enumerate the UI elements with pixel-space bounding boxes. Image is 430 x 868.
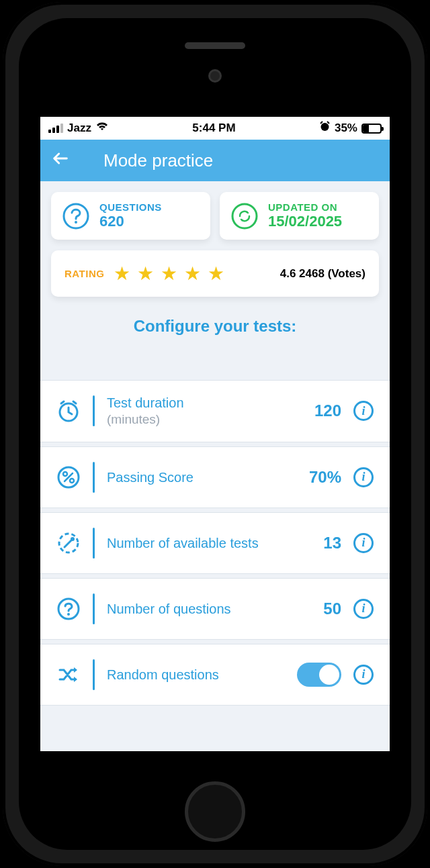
carrier-label: Jazz	[67, 122, 91, 135]
updated-value: 15/02/2025	[268, 213, 342, 230]
svg-point-9	[71, 537, 75, 541]
wifi-icon	[95, 122, 109, 135]
divider	[93, 395, 95, 426]
question-icon	[56, 597, 81, 621]
info-button[interactable]: i	[353, 665, 374, 685]
config-label: Number of questions	[107, 600, 289, 618]
svg-point-2	[75, 221, 77, 224]
screen: Jazz 5:44 PM 35%	[40, 117, 390, 751]
config-value-passing: 70%	[301, 468, 341, 487]
config-label: Number of available tests	[107, 534, 289, 552]
svg-point-3	[232, 204, 257, 228]
info-button[interactable]: i	[353, 467, 374, 487]
back-button[interactable]	[51, 149, 70, 173]
battery-pct: 35%	[335, 122, 357, 135]
phone-inner: Jazz 5:44 PM 35%	[19, 18, 411, 850]
home-button[interactable]	[185, 781, 245, 842]
rating-card: RATING ★ ★ ★ ★ ★ 4.6 2468 (Votes)	[51, 250, 379, 297]
status-time: 5:44 PM	[192, 122, 235, 135]
target-icon	[56, 531, 81, 555]
percent-icon	[56, 465, 81, 489]
info-section: QUESTIONS 620 UPDATED ON 15/02/2025	[40, 181, 390, 380]
config-label: Random questions	[107, 666, 285, 683]
rating-stars: ★ ★ ★ ★ ★	[114, 262, 224, 285]
star-icon: ★	[161, 262, 177, 285]
svg-point-6	[63, 472, 67, 476]
question-circle-icon	[62, 202, 90, 230]
config-sublabel: (minutes)	[107, 412, 289, 428]
svg-point-0	[320, 123, 329, 131]
rating-votes: 4.6 2468 (Votes)	[280, 267, 366, 281]
battery-icon	[361, 124, 382, 134]
clock-icon	[56, 399, 81, 423]
info-button[interactable]: i	[353, 599, 374, 619]
divider	[93, 593, 95, 624]
star-icon: ★	[184, 262, 201, 285]
updated-card: UPDATED ON 15/02/2025	[220, 192, 379, 240]
config-label: Test duration	[107, 394, 289, 412]
star-icon: ★	[114, 262, 130, 285]
questions-card: QUESTIONS 620	[51, 192, 210, 240]
status-left: Jazz	[48, 122, 109, 135]
alarm-icon	[319, 121, 331, 136]
status-right: 35%	[319, 121, 382, 136]
refresh-icon	[230, 202, 259, 230]
nav-header: Mode practice	[40, 140, 390, 181]
status-bar: Jazz 5:44 PM 35%	[40, 117, 390, 140]
config-value-tests: 13	[301, 534, 341, 552]
svg-point-7	[70, 479, 74, 483]
phone-speaker	[185, 42, 245, 49]
page-title: Mode practice	[103, 150, 213, 171]
configure-heading: Configure your tests:	[51, 317, 379, 336]
svg-point-11	[67, 613, 70, 616]
info-button[interactable]: i	[353, 533, 374, 553]
signal-icon	[48, 124, 63, 133]
config-label: Passing Score	[107, 469, 289, 486]
star-icon: ★	[137, 262, 154, 285]
config-value-duration: 120	[301, 401, 341, 420]
star-icon: ★	[208, 262, 224, 285]
divider	[93, 462, 95, 493]
questions-value: 620	[99, 213, 162, 230]
questions-label: QUESTIONS	[99, 201, 162, 213]
config-list: Test duration (minutes) 120 i Passing Sc…	[40, 380, 390, 706]
divider	[93, 528, 95, 559]
config-row-passing[interactable]: Passing Score 70% i	[40, 446, 390, 508]
config-row-random[interactable]: Random questions i	[40, 644, 390, 706]
phone-camera	[208, 69, 222, 83]
config-value-questions: 50	[301, 599, 341, 618]
info-button[interactable]: i	[353, 401, 374, 421]
config-label-block: Test duration (minutes)	[107, 394, 289, 428]
info-row: QUESTIONS 620 UPDATED ON 15/02/2025	[51, 192, 379, 240]
phone-frame: Jazz 5:44 PM 35%	[3, 2, 427, 866]
shuffle-icon	[56, 663, 81, 687]
config-row-duration[interactable]: Test duration (minutes) 120 i	[40, 380, 390, 442]
divider	[93, 659, 95, 690]
config-row-tests[interactable]: Number of available tests 13 i	[40, 512, 390, 574]
config-row-questions[interactable]: Number of questions 50 i	[40, 578, 390, 640]
updated-label: UPDATED ON	[268, 201, 342, 213]
rating-label: RATING	[64, 268, 104, 279]
random-toggle[interactable]	[297, 663, 341, 687]
